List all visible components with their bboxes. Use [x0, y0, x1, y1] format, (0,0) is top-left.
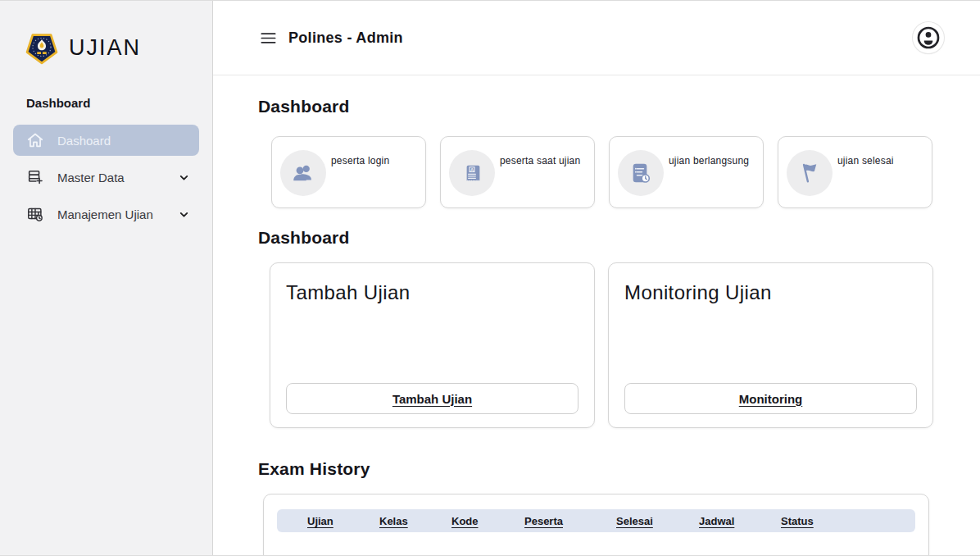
polines-logo-icon [25, 30, 59, 65]
topbar: Polines - Admin [213, 1, 980, 75]
card-title: Tambah Ujian [286, 281, 578, 304]
column-header-kode[interactable]: Kode [451, 515, 524, 527]
action-cards-row: Tambah Ujian Tambah Ujian Monitoring Uji… [270, 262, 935, 428]
stat-card-peserta-login[interactable]: peserta login [271, 136, 426, 208]
exam-history-table: Ujian Kelas Kode Peserta Selesai Jadwal … [263, 494, 929, 555]
column-header-kelas[interactable]: Kelas [379, 515, 451, 527]
app-window: UJIAN Dashboard Dashoard [0, 0, 980, 556]
stat-label: peserta saat ujian [500, 155, 588, 166]
main-area: Polines - Admin Dashboard [213, 1, 980, 555]
column-header-jadwal[interactable]: Jadwal [699, 515, 781, 527]
sidebar: UJIAN Dashboard Dashoard [0, 1, 213, 555]
section-title-dashboard-1: Dashboard [258, 97, 935, 116]
hamburger-menu-icon[interactable] [259, 28, 279, 48]
sidebar-item-label: Manajemen Ujian [57, 207, 153, 221]
sidebar-item-master-data[interactable]: Master Data [13, 162, 199, 193]
stat-label: ujian selesai [837, 155, 925, 166]
section-title-exam-history: Exam History [258, 459, 935, 479]
page-title: Polines - Admin [288, 30, 403, 47]
stats-row: peserta login A peserta saat ujian [271, 136, 935, 208]
section-title-dashboard-2: Dashboard [258, 228, 935, 248]
stat-label: peserta login [331, 155, 419, 166]
card-title: Monitoring Ujian [624, 281, 917, 304]
tambah-ujian-card: Tambah Ujian Tambah Ujian [270, 262, 595, 428]
table-header-row: Ujian Kelas Kode Peserta Selesai Jadwal … [277, 509, 915, 532]
stat-card-peserta-saat-ujian[interactable]: A peserta saat ujian [440, 136, 595, 208]
document-clock-icon [618, 150, 664, 196]
person-circle-icon [915, 25, 941, 51]
database-add-icon [26, 168, 44, 186]
column-header-ujian[interactable]: Ujian [307, 515, 379, 527]
brand-name: UJIAN [69, 35, 141, 61]
home-icon [26, 131, 44, 149]
brand: UJIAN [25, 30, 212, 65]
sidebar-section-label: Dashboard [26, 96, 212, 110]
flag-icon [787, 150, 833, 196]
sidebar-item-label: Master Data [57, 171, 125, 185]
column-header-selesai[interactable]: Selesai [616, 515, 699, 527]
stat-label: ujian berlangsung [669, 155, 756, 166]
column-header-status[interactable]: Status [781, 515, 814, 527]
svg-text:A: A [470, 167, 474, 172]
sidebar-item-manajemen-ujian[interactable]: Manajemen Ujian [13, 198, 199, 230]
document-a-icon: A [449, 150, 495, 196]
content: Dashboard peserta login [213, 75, 980, 555]
stat-card-ujian-selesai[interactable]: ujian selesai [778, 136, 932, 208]
monitoring-button[interactable]: Monitoring [624, 383, 917, 414]
sidebar-item-dashboard[interactable]: Dashoard [13, 125, 199, 156]
sidebar-nav: Dashoard Master Data [13, 125, 199, 230]
stat-card-ujian-berlangsung[interactable]: ujian berlangsung [609, 136, 764, 208]
monitoring-ujian-card: Monitoring Ujian Monitoring [608, 262, 933, 428]
column-header-peserta[interactable]: Peserta [524, 515, 616, 527]
chevron-down-icon [178, 207, 191, 221]
user-avatar-button[interactable] [913, 22, 944, 53]
users-icon [280, 150, 326, 196]
chevron-down-icon [178, 171, 191, 184]
calendar-clock-icon [26, 205, 44, 223]
tambah-ujian-button[interactable]: Tambah Ujian [286, 383, 578, 414]
sidebar-item-label: Dashoard [57, 134, 111, 148]
